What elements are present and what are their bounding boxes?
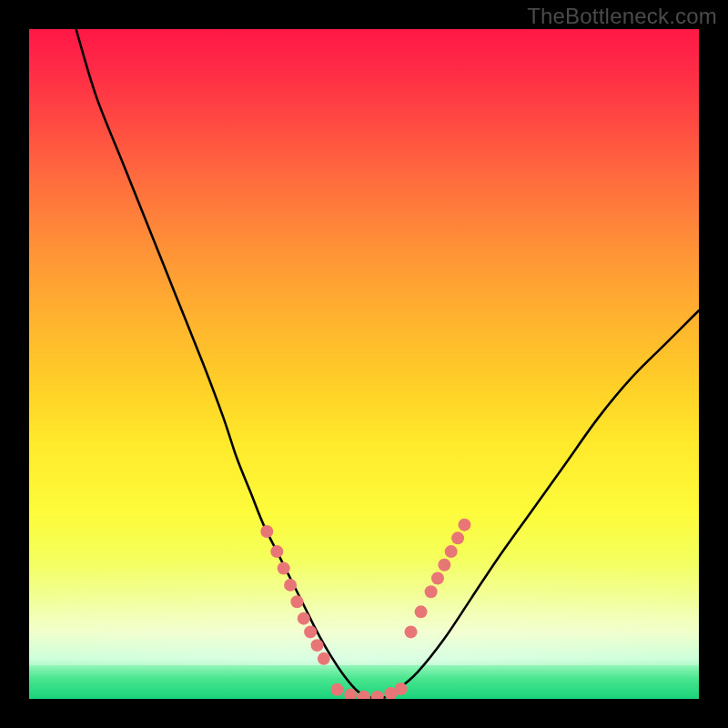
right-cluster-marker [445, 545, 458, 558]
chart-frame: TheBottleneck.com [0, 0, 728, 728]
left-cluster-marker [278, 561, 290, 574]
left-cluster-marker [318, 652, 330, 665]
bottleneck-curve [76, 29, 699, 699]
watermark-text: TheBottleneck.com [527, 4, 717, 29]
right-cluster-marker [458, 519, 470, 531]
left-cluster-marker [270, 545, 283, 558]
right-cluster-marker [425, 585, 438, 598]
bottom-cluster-marker [394, 682, 407, 695]
right-cluster-marker [415, 605, 428, 618]
curve-layer [29, 29, 699, 699]
right-cluster-marker [451, 531, 464, 544]
left-cluster-marker [284, 579, 297, 592]
left-cluster-marker [260, 525, 273, 538]
left-cluster-marker [304, 625, 317, 638]
plot-area [29, 29, 699, 699]
right-cluster-marker [405, 625, 418, 638]
right-cluster-marker [431, 572, 444, 585]
bottom-cluster-marker [331, 683, 344, 696]
right-cluster-marker [438, 559, 450, 571]
curve-markers [260, 519, 470, 699]
left-cluster-marker [298, 612, 310, 625]
left-cluster-marker [290, 595, 303, 608]
bottom-cluster-marker [371, 691, 384, 699]
left-cluster-marker [310, 639, 323, 652]
